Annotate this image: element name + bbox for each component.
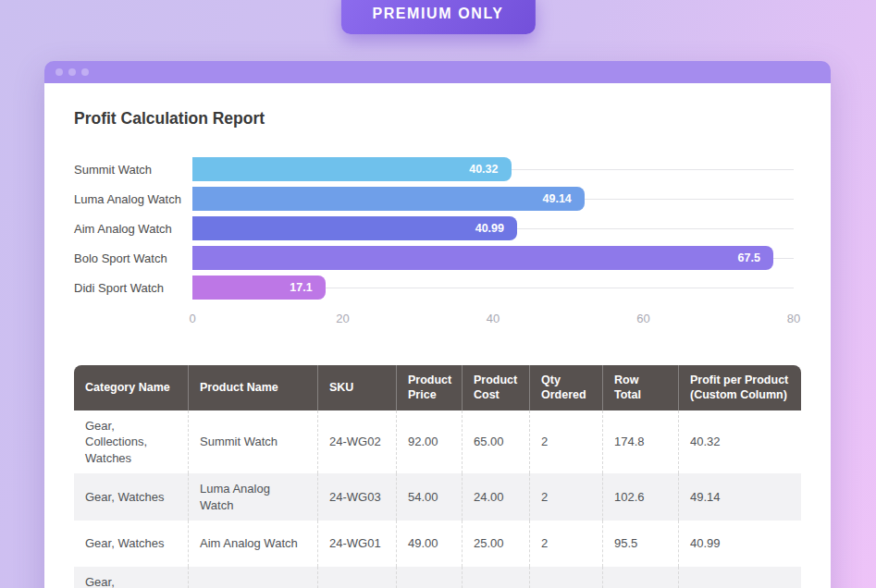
table-cell: 54.00 (397, 473, 463, 521)
chart-bar-value-label: 40.99 (475, 222, 504, 235)
x-axis-tick-label: 80 (787, 312, 800, 325)
chart-track: 40.32 (192, 157, 794, 181)
table-cell: Summit Watch (189, 410, 318, 474)
table-cell: 49.14 (679, 473, 801, 521)
bar-chart: Summit Watch40.32Luma Analog Watch49.14A… (74, 154, 801, 328)
chart-track: 40.99 (192, 216, 794, 240)
table-row: Gear, WatchesLuma Analog Watch24-WG0354.… (74, 473, 801, 521)
chart-bar: 17.1 (192, 276, 326, 300)
x-axis-tick-label: 20 (336, 312, 349, 325)
table-cell: 24-WG09 (318, 567, 397, 588)
column-header: Profit per Product (Custom Column) (679, 365, 801, 410)
report-table: Category NameProduct NameSKUProduct Pric… (74, 365, 801, 588)
table-cell: 92.00 (397, 410, 463, 474)
chart-bar-value-label: 40.32 (469, 163, 498, 176)
table-cell: 24.00 (463, 473, 530, 521)
chart-track: 67.5 (192, 246, 794, 270)
chart-bar: 67.5 (192, 246, 773, 270)
chart-bar: 40.32 (192, 157, 512, 181)
table-cell: 2 (530, 521, 603, 567)
table-header-row: Category NameProduct NameSKUProduct Pric… (74, 365, 801, 410)
chart-bar: 40.99 (192, 216, 517, 240)
chart-row: Aim Analog Watch40.99 (74, 214, 801, 243)
chart-category-label: Summit Watch (74, 163, 192, 177)
table-cell: 3 (530, 567, 603, 588)
chart-row: Didi Sport Watch17.1 (74, 273, 801, 302)
column-header: Product Name (189, 365, 318, 410)
table-cell: 24-WG02 (318, 410, 397, 474)
x-axis-tick-label: 0 (189, 312, 195, 325)
column-header: Qty Ordered (530, 365, 603, 410)
table-row: Gear, Collections, WatchesBolo Sport Wat… (74, 567, 801, 588)
table-cell: Bolo Sport Watch (189, 567, 318, 588)
chart-track: 17.1 (192, 276, 794, 300)
chart-bar-value-label: 67.5 (738, 251, 760, 264)
page-title: Profit Calculation Report (74, 109, 801, 129)
x-axis: 020406080 (192, 308, 794, 328)
table-cell: 24-WG03 (318, 473, 397, 521)
window-control-dot[interactable] (81, 68, 89, 76)
table-cell: 18.00 (463, 567, 530, 588)
table-cell: 2 (530, 473, 603, 521)
table-cell: 102.6 (603, 473, 679, 521)
report-card: Profit Calculation Report Summit Watch40… (44, 83, 831, 588)
column-header: Row Total (603, 365, 679, 410)
table-cell: 24-WG01 (318, 521, 397, 567)
chart-bar-value-label: 17.1 (290, 281, 312, 294)
table-cell: Luma Analog Watch (189, 473, 318, 521)
table-cell: 40.32 (679, 410, 801, 474)
chart-category-label: Didi Sport Watch (74, 281, 192, 295)
x-axis-tick-label: 60 (636, 312, 649, 325)
column-header: SKU (318, 365, 397, 410)
table-cell: Gear, Watches (74, 521, 189, 567)
table-cell: Gear, Collections, Watches (74, 567, 189, 588)
chart-bar: 49.14 (192, 187, 585, 211)
table-cell: 49.00 (397, 521, 463, 567)
window-titlebar (44, 61, 831, 83)
table-cell: 2 (530, 410, 603, 474)
table-cell: 129.0 (603, 567, 679, 588)
table-cell: 67.5 (679, 567, 801, 588)
table-cell: 65.00 (463, 410, 530, 474)
chart-bar-value-label: 49.14 (543, 192, 572, 205)
table-cell: 43.00 (397, 567, 463, 588)
column-header: Category Name (74, 365, 189, 410)
premium-badge: PREMIUM ONLY (340, 0, 535, 34)
chart-row: Summit Watch40.32 (74, 154, 801, 184)
chart-row: Bolo Sport Watch67.5 (74, 243, 801, 273)
chart-category-label: Bolo Sport Watch (74, 251, 192, 265)
bar-chart-rows: Summit Watch40.32Luma Analog Watch49.14A… (74, 154, 801, 302)
window-control-dot[interactable] (68, 68, 76, 76)
table-cell: Gear, Watches (74, 473, 189, 521)
window-control-dot[interactable] (56, 68, 63, 76)
x-axis-tick-label: 40 (487, 312, 500, 325)
report-window: Profit Calculation Report Summit Watch40… (44, 61, 831, 588)
chart-row: Luma Analog Watch49.14 (74, 184, 801, 214)
column-header: Product Cost (463, 365, 530, 410)
table-row: Gear, Collections, WatchesSummit Watch24… (74, 410, 801, 474)
table-cell: Gear, Collections, Watches (74, 410, 189, 474)
table-cell: Aim Analog Watch (189, 521, 318, 567)
table-cell: 174.8 (603, 410, 679, 474)
table-cell: 40.99 (679, 521, 801, 567)
table-cell: 25.00 (463, 521, 530, 567)
table-cell: 95.5 (603, 521, 679, 567)
table-body: Gear, Collections, WatchesSummit Watch24… (74, 410, 801, 588)
chart-category-label: Luma Analog Watch (74, 192, 192, 206)
chart-category-label: Aim Analog Watch (74, 222, 192, 236)
column-header: Product Price (397, 365, 463, 410)
table-row: Gear, WatchesAim Analog Watch24-WG0149.0… (74, 521, 801, 567)
chart-track: 49.14 (192, 187, 794, 211)
